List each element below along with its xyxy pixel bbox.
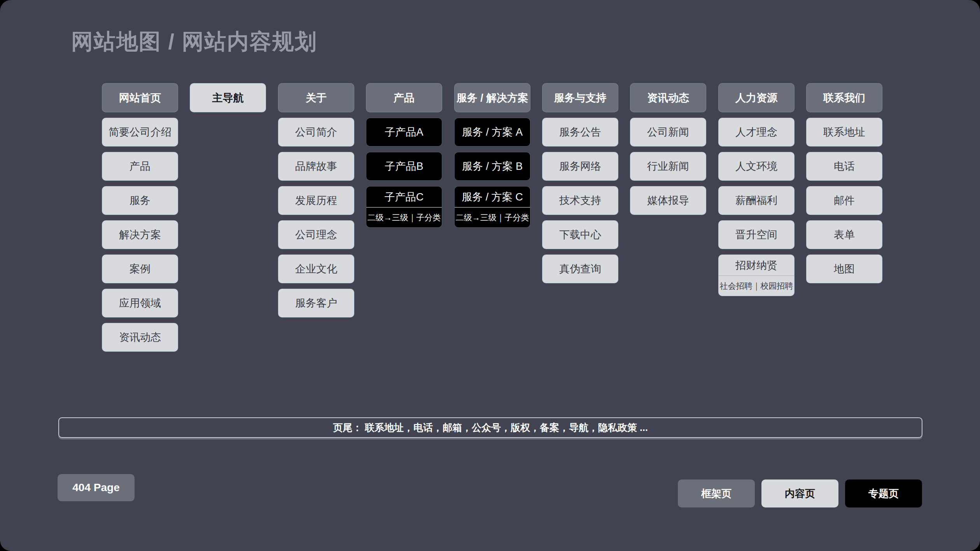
sitemap-node[interactable]: 子产品A	[366, 118, 442, 146]
sitemap-node[interactable]: 晋升空间	[718, 220, 794, 249]
node-main-label: 服务 / 方案 C	[455, 187, 530, 207]
sitemap-node[interactable]: 电话	[806, 152, 882, 181]
sitemap-node[interactable]: 媒体报导	[630, 186, 706, 215]
sitemap-node[interactable]: 资讯动态	[102, 323, 178, 352]
sitemap-node[interactable]: 服务 / 方案 A	[454, 118, 530, 146]
sitemap-node[interactable]: 表单	[806, 220, 882, 249]
sitemap-node[interactable]: 解决方案	[102, 220, 178, 249]
sitemap-node-compound[interactable]: 招财纳贤 社会招聘｜校园招聘	[718, 255, 794, 296]
sitemap-node[interactable]: 公司简介	[278, 118, 354, 146]
sitemap-node[interactable]: 服务网络	[542, 152, 618, 181]
sitemap-node[interactable]: 人文环境	[718, 152, 794, 181]
frame-page-button[interactable]: 框架页	[678, 480, 755, 507]
column-header[interactable]: 关于	[278, 83, 354, 112]
sitemap-node[interactable]: 应用领域	[102, 289, 178, 317]
column-header[interactable]: 服务与支持	[542, 83, 618, 112]
sitemap-node-compound[interactable]: 子产品C 二级→三级｜子分类	[366, 186, 442, 228]
sitemap-node[interactable]: 服务 / 方案 B	[454, 152, 530, 181]
sitemap-node[interactable]: 联系地址	[806, 118, 882, 146]
sitemap-node-compound[interactable]: 服务 / 方案 C 二级→三级｜子分类	[454, 186, 530, 228]
sitemap-node[interactable]: 品牌故事	[278, 152, 354, 181]
sitemap-node[interactable]: 服务客户	[278, 289, 354, 317]
node-sub-label: 二级→三级｜子分类	[455, 207, 530, 227]
sitemap-node[interactable]: 发展历程	[278, 186, 354, 215]
column-services-solutions: 服务 / 解决方案 服务 / 方案 A 服务 / 方案 B 服务 / 方案 C …	[454, 83, 530, 228]
node-main-label: 子产品C	[366, 187, 442, 207]
column-contact: 联系我们 联系地址 电话 邮件 表单 地图	[806, 83, 882, 283]
sitemap-node[interactable]: 下载中心	[542, 220, 618, 249]
column-header[interactable]: 网站首页	[102, 83, 178, 112]
column-service-support: 服务与支持 服务公告 服务网络 技术支持 下载中心 真伪查询	[542, 83, 618, 283]
footer-node[interactable]: 页尾： 联系地址，电话，邮箱，公众号，版权，备案，导航，隐私政策 ...	[58, 417, 922, 438]
page-404-button[interactable]: 404 Page	[58, 474, 135, 501]
node-sub-label: 二级→三级｜子分类	[366, 207, 442, 227]
column-home: 网站首页 简要公司介绍 产品 服务 解决方案 案例 应用领域 资讯动态	[102, 83, 178, 352]
column-header[interactable]: 人力资源	[718, 83, 794, 112]
sitemap-node[interactable]: 人才理念	[718, 118, 794, 146]
column-about: 关于 公司简介 品牌故事 发展历程 公司理念 企业文化 服务客户	[278, 83, 354, 317]
column-news: 资讯动态 公司新闻 行业新闻 媒体报导	[630, 83, 706, 215]
sitemap-node[interactable]: 公司新闻	[630, 118, 706, 146]
sitemap-node[interactable]: 行业新闻	[630, 152, 706, 181]
sitemap-node[interactable]: 简要公司介绍	[102, 118, 178, 146]
column-hr: 人力资源 人才理念 人文环境 薪酬福利 晋升空间 招财纳贤 社会招聘｜校园招聘	[718, 83, 794, 296]
column-header[interactable]: 主导航	[190, 83, 266, 112]
sitemap-node[interactable]: 邮件	[806, 186, 882, 215]
page-type-legend: 框架页 内容页 专题页	[678, 480, 922, 507]
sitemap-canvas: 网站地图 / 网站内容规划 网站首页 简要公司介绍 产品 服务 解决方案 案例 …	[0, 0, 980, 551]
sitemap-node[interactable]: 子产品B	[366, 152, 442, 181]
column-main-nav: 主导航	[190, 83, 266, 112]
column-products: 产品 子产品A 子产品B 子产品C 二级→三级｜子分类	[366, 83, 442, 228]
node-main-label: 招财纳贤	[719, 255, 794, 276]
column-header[interactable]: 资讯动态	[630, 83, 706, 112]
sitemap-node[interactable]: 产品	[102, 152, 178, 181]
sitemap-node[interactable]: 真伪查询	[542, 255, 618, 283]
sitemap-node[interactable]: 企业文化	[278, 255, 354, 283]
page-title: 网站地图 / 网站内容规划	[71, 27, 317, 57]
sitemap-node[interactable]: 技术支持	[542, 186, 618, 215]
column-header[interactable]: 服务 / 解决方案	[454, 83, 530, 112]
sitemap-node[interactable]: 服务	[102, 186, 178, 215]
special-page-button[interactable]: 专题页	[845, 480, 922, 507]
sitemap-node[interactable]: 服务公告	[542, 118, 618, 146]
node-sub-label: 社会招聘｜校园招聘	[719, 276, 794, 296]
content-page-button[interactable]: 内容页	[761, 480, 838, 507]
sitemap-node[interactable]: 地图	[806, 255, 882, 283]
sitemap-node[interactable]: 案例	[102, 255, 178, 283]
sitemap-node[interactable]: 薪酬福利	[718, 186, 794, 215]
column-header[interactable]: 产品	[366, 83, 442, 112]
column-header[interactable]: 联系我们	[806, 83, 882, 112]
sitemap-node[interactable]: 公司理念	[278, 220, 354, 249]
